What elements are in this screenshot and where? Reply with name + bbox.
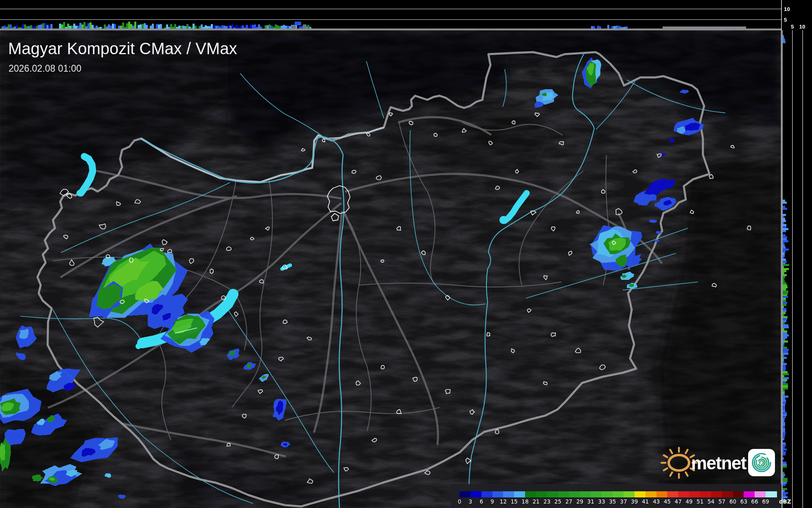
right-panel-echo-column [783, 412, 787, 414]
right-panel-echo-column [783, 208, 787, 210]
right-panel-echo-column [783, 361, 784, 363]
legend-color-segment [503, 491, 514, 497]
top-panel-echo-column [172, 26, 174, 29]
right-panel-echo-column [783, 488, 787, 490]
top-panel-echo-column [36, 26, 38, 29]
top-panel-echo-column [98, 27, 100, 29]
top-panel-echo-column [234, 27, 236, 29]
right-panel-echo-column [783, 438, 784, 440]
right-panel-echo-column [783, 476, 784, 478]
right-panel-echo-column [783, 314, 784, 316]
top-panel-echo-column [42, 23, 44, 29]
top-panel-echo-column [593, 26, 595, 29]
legend-color-segment [733, 491, 744, 497]
right-panel-echo-column [783, 240, 788, 242]
right-panel-echo-column [783, 37, 784, 39]
top-panel-echo-column [617, 26, 619, 29]
legend-tick-label: 23 [543, 498, 550, 505]
right-panel-echo-column [783, 270, 786, 272]
top-panel-echo-column [156, 24, 158, 29]
legend-tick-label: 15 [511, 498, 518, 505]
legend-tick-label: 49 [686, 498, 693, 505]
right-panel-echo-column [783, 206, 785, 208]
right-panel-echo-column [783, 230, 786, 232]
legend-color-segment [613, 491, 624, 497]
right-panel-echo-column [783, 365, 786, 367]
top-panel-echo-column [252, 25, 254, 29]
top-panel-echo-column [90, 22, 92, 29]
right-panel-echo-column [783, 466, 787, 468]
top-panel-echo-column [246, 25, 248, 29]
right-panel-echo-column [783, 422, 785, 424]
legend-tick-label: 66 [751, 498, 758, 505]
legend-tick-label: 6 [479, 498, 483, 505]
top-panel-echo-column [307, 25, 309, 29]
right-panel-echo-column [783, 494, 786, 496]
right-panel-echo-column [783, 264, 789, 266]
right-panel-echo-column [783, 369, 786, 371]
top-panel-echo-column [217, 26, 219, 29]
right-panel-echo-column [783, 359, 784, 361]
right-panel-echo-column [783, 442, 786, 444]
top-panel-echo-column [188, 26, 190, 29]
right-panel-echo-column [783, 322, 785, 324]
right-panel-echo-column [783, 430, 785, 432]
top-panel-echo-column [73, 24, 75, 29]
top-panel-echo-column [79, 23, 81, 29]
top-panel-echo-column [112, 24, 114, 29]
right-panel-echo-column [783, 290, 788, 292]
legend: 0369121518212325272931333537394143454749… [451, 484, 791, 508]
right-panel-echo-column [783, 253, 785, 255]
right-panel-echo-column [783, 410, 785, 412]
legend-color-segment [536, 491, 547, 497]
right-panel-echo-column [783, 349, 789, 351]
legend-color-segment [471, 491, 482, 497]
legend-tick-label: 37 [620, 498, 627, 505]
right-panel-echo-column [783, 244, 785, 246]
right-panel-echo-column [783, 257, 784, 259]
top-panel-echo-column [275, 24, 277, 29]
legend-tick-label: 63 [740, 498, 747, 505]
right-panel-echo-column [783, 214, 786, 216]
right-panel-echo-column [783, 218, 785, 220]
right-panel-echo-column [783, 282, 786, 284]
top-panel-echo-column [61, 24, 63, 29]
top-panel-echo-column [221, 25, 223, 29]
right-panel-echo-column [783, 387, 788, 389]
right-panel-echo-column [783, 266, 784, 268]
legend-tick-label: 3 [469, 498, 473, 505]
right-panel-echo-column [783, 492, 788, 494]
top-panel-echo-column [30, 25, 32, 29]
right-panel-echo-column [783, 339, 785, 341]
top-panel-echo-column [242, 25, 244, 29]
right-panel-echo-column [783, 472, 784, 474]
right-panel-echo-column [783, 336, 787, 339]
top-panel-echo-column [44, 23, 46, 29]
top-panel-echo-column [88, 23, 90, 29]
legend-color-segment [460, 491, 471, 497]
legend-color-segment [591, 491, 602, 497]
top-panel-echo-column [168, 27, 170, 29]
top-panel-echo-column [289, 26, 291, 29]
legend-tick-label: 45 [664, 498, 671, 505]
top-panel-echo-column [6, 27, 8, 29]
top-panel-echo-column [150, 26, 152, 29]
legend-colorbar [460, 491, 777, 497]
top-panel-echo-column [624, 27, 626, 29]
top-panel-echo-column [118, 26, 120, 29]
legend-tick-label: 47 [675, 498, 682, 505]
top-panel-echo-column [10, 24, 12, 29]
top-panel-echo-column [182, 26, 184, 29]
radar-app-window: 10 5 5 10 Magyar Kompozit CMax / VMax 20… [0, 0, 812, 508]
right-panel-echo-column [783, 480, 788, 482]
legend-tick-label: 9 [490, 498, 494, 505]
top-panel-echo-column [260, 26, 262, 29]
right-panel-echo-column [783, 482, 787, 484]
top-panel-echo-column [100, 27, 102, 29]
legend-tick-label: 41 [642, 498, 649, 505]
top-panel-echo-column [130, 24, 132, 29]
right-panel-echo-column [783, 436, 785, 438]
right-panel-echo-column [783, 490, 785, 492]
right-panel-echo-column [783, 300, 786, 302]
legend-color-segment [700, 491, 711, 497]
